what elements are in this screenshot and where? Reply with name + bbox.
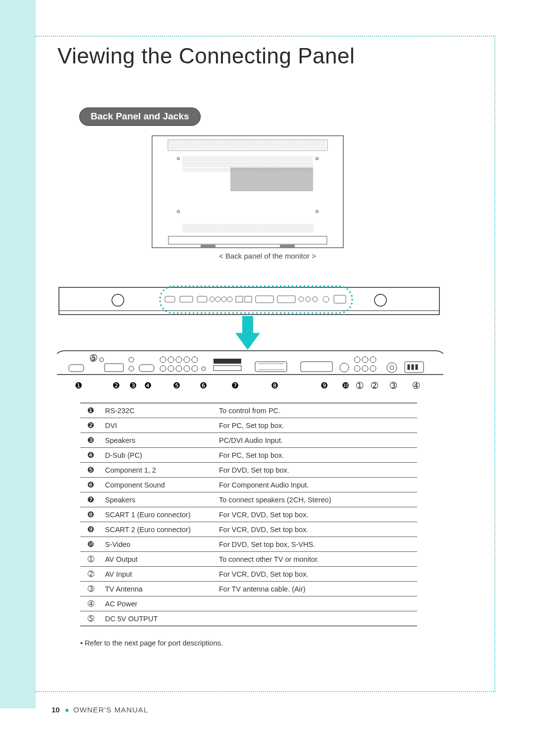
footnote: • Refer to the next page for port descri…: [80, 639, 223, 647]
svg-rect-9: [182, 224, 314, 233]
jack-desc: For PC, Set top box.: [215, 448, 417, 463]
svg-rect-16: [280, 245, 295, 247]
callout-1: ❶: [75, 380, 82, 391]
svg-rect-47: [139, 365, 154, 372]
svg-point-54: [168, 366, 174, 372]
callout-12: ➁: [371, 380, 378, 391]
svg-point-51: [184, 357, 190, 363]
jack-name: DC 5V OUTPUT: [101, 611, 215, 626]
panel-strip-zoom: [57, 350, 443, 379]
page-title: Viewing the Connecting Panel: [57, 44, 355, 68]
svg-rect-76: [412, 365, 414, 370]
svg-point-28: [221, 297, 226, 302]
dotted-border-bottom: [36, 691, 495, 692]
jack-number: ❾: [80, 522, 101, 537]
jack-name: Component Sound: [101, 478, 215, 492]
table-row: ➃AC Power: [80, 596, 417, 611]
table-row: ❶RS-232CTo control from PC.: [80, 403, 417, 418]
svg-rect-15: [201, 245, 215, 247]
jack-number: ➄: [80, 611, 101, 626]
jack-number: ❿: [80, 537, 101, 552]
jack-number: ❹: [80, 448, 101, 463]
jack-number: ➁: [80, 567, 101, 582]
svg-rect-59: [214, 359, 241, 364]
jack-desc: PC/DVI Audio Input.: [215, 433, 417, 448]
jack-name: SCART 2 (Euro connector): [101, 522, 215, 537]
svg-rect-41: [69, 365, 84, 372]
table-row: ❿S-VideoFor DVD, Set top box, S-VHS.: [80, 537, 417, 552]
jack-number: ➀: [80, 552, 101, 567]
jack-desc: For VCR, DVD, Set top box.: [215, 522, 417, 537]
svg-rect-33: [277, 296, 295, 303]
jack-desc: [215, 611, 417, 626]
jack-name: S-Video: [101, 537, 215, 552]
svg-point-34: [299, 297, 304, 302]
jack-desc: For DVD, Set top box, S-VHS.: [215, 537, 417, 552]
section-pill-back-panel: Back Panel and Jacks: [79, 108, 201, 126]
jack-number: ❸: [80, 433, 101, 448]
table-row: ❷DVIFor PC, Set top box.: [80, 418, 417, 433]
svg-rect-4: [169, 141, 326, 150]
svg-point-53: [160, 366, 166, 372]
jack-name: D-Sub (PC): [101, 448, 215, 463]
svg-rect-64: [301, 362, 332, 372]
table-row: ➂TV AntennaFor TV antenna cable. (Air): [80, 582, 417, 596]
jack-name: AV Output: [101, 552, 215, 567]
svg-point-46: [129, 366, 134, 371]
table-row: ➄DC 5V OUTPUT: [80, 611, 417, 626]
jack-number: ➃: [80, 596, 101, 611]
svg-point-73: [390, 366, 394, 370]
table-row: ❺Component 1, 2For DVD, Set top box.: [80, 463, 417, 478]
svg-rect-60: [214, 366, 241, 371]
jack-desc: [215, 596, 417, 611]
jack-number: ❼: [80, 492, 101, 507]
dotted-border-right: [494, 36, 495, 691]
callout-15: ➄: [90, 353, 97, 363]
svg-rect-25: [197, 296, 207, 302]
svg-point-58: [202, 367, 206, 371]
jack-name: TV Antenna: [101, 582, 215, 596]
table-row: ❾SCART 2 (Euro connector)For VCR, DVD, S…: [80, 522, 417, 537]
svg-rect-77: [416, 365, 418, 370]
jack-name: SCART 1 (Euro connector): [101, 507, 215, 522]
svg-point-50: [176, 357, 182, 363]
callout-13: ➂: [390, 380, 397, 391]
jack-number: ❷: [80, 418, 101, 433]
svg-point-52: [192, 357, 198, 363]
svg-rect-31: [245, 296, 252, 302]
panel-strip-full: [58, 282, 440, 320]
footer-label: OWNER'S MANUAL: [73, 705, 148, 714]
jack-name: Speakers: [101, 433, 215, 448]
svg-rect-23: [165, 296, 175, 302]
callout-11: ➀: [356, 380, 363, 391]
svg-point-57: [192, 366, 198, 372]
jack-name: Speakers: [101, 492, 215, 507]
svg-point-43: [100, 358, 104, 362]
svg-point-56: [184, 366, 190, 372]
svg-point-70: [362, 366, 368, 372]
svg-point-71: [370, 366, 376, 372]
jack-desc: For VCR, DVD, Set top box.: [215, 507, 417, 522]
svg-point-66: [354, 357, 360, 363]
svg-rect-24: [180, 296, 193, 302]
svg-point-65: [340, 363, 349, 372]
callout-2: ❷: [112, 380, 120, 391]
svg-point-55: [176, 366, 182, 372]
diagram-caption: < Back panel of the monitor >: [0, 252, 535, 260]
svg-point-21: [112, 294, 124, 306]
jack-desc: For Component Audio Input.: [215, 478, 417, 492]
callout-6: ❻: [200, 380, 207, 391]
svg-point-69: [354, 366, 360, 372]
page-number: 10: [52, 705, 60, 714]
svg-point-35: [306, 297, 311, 302]
jack-number: ❽: [80, 507, 101, 522]
svg-rect-32: [256, 296, 273, 303]
jack-desc: To connect speakers (2CH, Stereo): [215, 492, 417, 507]
jack-desc: To control from PC.: [215, 403, 417, 418]
jack-name: Component 1, 2: [101, 463, 215, 478]
table-row: ❹D-Sub (PC)For PC, Set top box.: [80, 448, 417, 463]
jack-desc: For DVD, Set top box.: [215, 463, 417, 478]
svg-point-48: [160, 357, 166, 363]
svg-point-36: [313, 297, 318, 302]
jack-desc: To connect other TV or monitor.: [215, 552, 417, 567]
